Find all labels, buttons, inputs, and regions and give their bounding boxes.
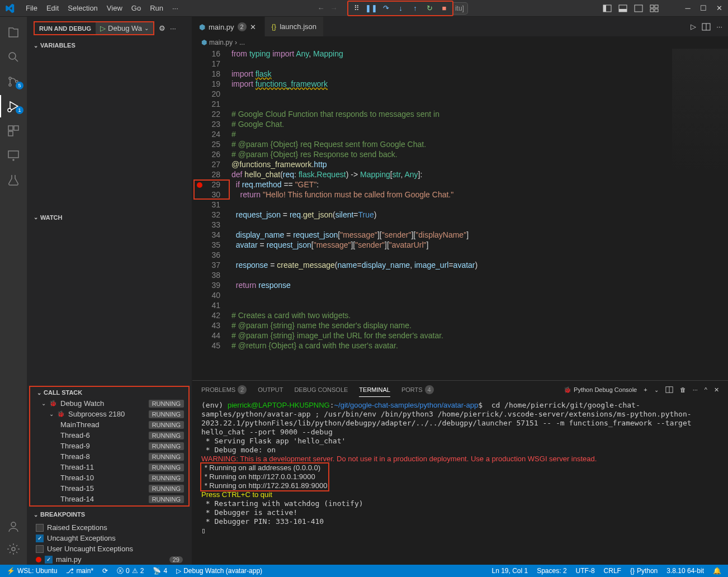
debug-step-over-icon[interactable]: ↷ [381, 3, 391, 13]
editor-more-icon[interactable]: ··· [716, 22, 722, 31]
status-label: Python [637, 567, 658, 575]
window-close-icon[interactable]: ✕ [715, 4, 724, 13]
status-branch[interactable]: ⎇main* [64, 567, 96, 575]
activity-extensions[interactable] [0, 120, 27, 142]
activity-explorer[interactable] [0, 21, 27, 44]
svg-rect-5 [650, 5, 654, 8]
menu-selection[interactable]: Selection [63, 2, 102, 15]
activity-testing[interactable] [0, 169, 27, 191]
kill-terminal-icon[interactable]: 🗑 [680, 386, 686, 393]
new-terminal-icon[interactable]: + [644, 386, 647, 393]
callstack-row[interactable]: ⌄🐞Subprocess 2180RUNNING [30, 409, 188, 419]
maximize-panel-icon[interactable]: ^ [705, 386, 707, 393]
panel-tab-problems[interactable]: PROBLEMS2 [201, 382, 247, 398]
menu-go[interactable]: Go [127, 2, 145, 15]
status-eol[interactable]: CRLF [602, 567, 623, 575]
menu-run[interactable]: Run [145, 2, 168, 15]
status-python-version[interactable]: 3.8.10 64-bit [664, 567, 706, 575]
split-terminal-icon[interactable] [665, 386, 673, 394]
debug-config-selector[interactable]: ▷ Debug Wa ⌄ [96, 22, 153, 34]
command-center[interactable]: itu] [451, 2, 468, 15]
chevron-down-icon: ⌄ [34, 214, 38, 220]
split-editor-icon[interactable] [702, 22, 711, 31]
debug-stop-icon[interactable]: ■ [439, 3, 449, 13]
window-minimize-icon[interactable]: ─ [683, 4, 692, 13]
run-file-icon[interactable]: ▷ [691, 22, 696, 31]
status-ports[interactable]: 📡4 [150, 567, 169, 575]
callstack-row[interactable]: ⌄🐞Debug WatchRUNNING [30, 398, 188, 409]
activity-remote[interactable] [0, 144, 27, 167]
layout-customize-icon[interactable] [650, 4, 659, 13]
variables-header[interactable]: ⌄VARIABLES [27, 40, 192, 51]
status-lang[interactable]: {}Python [628, 567, 660, 575]
menu-more[interactable]: ··· [168, 2, 183, 15]
status-encoding[interactable]: UTF-8 [574, 567, 597, 575]
close-icon[interactable]: ✕ [250, 23, 258, 31]
terminal-output[interactable]: (env) pierrick@LAPTOP-HKU5PNNG:~/git/goo… [192, 399, 728, 565]
chevron-down-icon: ⌄ [34, 512, 38, 518]
panel-tab-terminal[interactable]: TERMINAL [359, 383, 390, 397]
callstack-header[interactable]: ⌄CALL STACK [29, 386, 190, 398]
layout-sidebar-right-icon[interactable] [634, 4, 643, 13]
watch-header[interactable]: ⌄WATCH [27, 212, 192, 223]
panel-more-icon[interactable]: ··· [693, 386, 698, 393]
menu-file[interactable]: File [21, 2, 42, 15]
layout-sidebar-left-icon[interactable] [603, 4, 612, 13]
svg-rect-3 [619, 9, 627, 12]
status-ln-col[interactable]: Ln 19, Col 1 [489, 567, 530, 575]
callstack-row[interactable]: Thread-9RUNNING [30, 441, 188, 451]
nav-back-icon[interactable]: ← [317, 4, 324, 12]
callstack-row[interactable]: Thread-8RUNNING [30, 451, 188, 462]
activity-settings[interactable] [0, 538, 27, 560]
callstack-row[interactable]: Thread-14RUNNING [30, 494, 188, 504]
layout-panel-icon[interactable] [618, 4, 627, 13]
callstack-row[interactable]: Thread-10RUNNING [30, 472, 188, 483]
svg-rect-15 [14, 126, 18, 130]
close-panel-icon[interactable]: ✕ [714, 386, 719, 394]
breakpoint-item[interactable]: ✓main.py29 [27, 554, 192, 565]
breakpoints-header[interactable]: ⌄BREAKPOINTS [27, 509, 192, 520]
svg-point-11 [9, 84, 11, 86]
panel-tab-debug-console[interactable]: DEBUG CONSOLE [294, 383, 348, 396]
window-maximize-icon[interactable]: ☐ [699, 4, 708, 13]
breakpoint-dot-icon[interactable] [197, 182, 202, 188]
breakpoint-item[interactable]: ✓Uncaught Exceptions [27, 533, 192, 543]
status-notifications-icon[interactable]: 🔔 [711, 567, 724, 575]
breakpoint-item[interactable]: User Uncaught Exceptions [27, 543, 192, 554]
breakpoint-item[interactable]: Raised Exceptions [27, 522, 192, 533]
tab-main-py[interactable]: ⬢ main.py 2 ✕ [192, 17, 265, 36]
nav-forward-icon[interactable]: → [330, 4, 337, 12]
activity-accounts[interactable] [0, 515, 27, 538]
code-editor[interactable]: 1617181920212223242526272829303132333435… [192, 49, 728, 380]
panel-tab-ports[interactable]: PORTS4 [401, 382, 434, 398]
status-problems[interactable]: ⓧ0 ⚠2 [115, 566, 146, 576]
terminal-profile-selector[interactable]: 🐞Python Debug Console [564, 386, 637, 394]
activity-search[interactable] [0, 46, 27, 68]
activity-debug[interactable]: 1 [0, 95, 27, 117]
menu-view[interactable]: View [102, 2, 127, 15]
panel-tab-output[interactable]: OUTPUT [258, 383, 283, 396]
debug-pause-icon[interactable]: ❚❚ [366, 3, 376, 13]
minimap[interactable] [672, 49, 728, 172]
status-debug[interactable]: ▷Debug Watch (avatar-app) [174, 567, 264, 575]
callstack-row[interactable]: Thread-15RUNNING [30, 483, 188, 494]
callstack-row[interactable]: Thread-6RUNNING [30, 430, 188, 441]
breadcrumb[interactable]: ⬢ main.py › ... [192, 36, 728, 49]
debug-step-into-icon[interactable]: ↓ [395, 3, 405, 13]
menu-edit[interactable]: Edit [42, 2, 63, 15]
watch-label: WATCH [40, 214, 63, 221]
status-sync[interactable]: ⟳ [100, 567, 110, 575]
debug-restart-icon[interactable]: ↻ [424, 3, 434, 13]
status-spaces[interactable]: Spaces: 2 [535, 567, 569, 575]
activity-scm[interactable]: 5 [0, 70, 27, 93]
callstack-row[interactable]: Thread-11RUNNING [30, 462, 188, 472]
status-remote[interactable]: ⚡WSL: Ubuntu [4, 567, 59, 575]
debug-settings-icon[interactable]: ⚙ [159, 24, 166, 32]
profile-label: Python Debug Console [574, 386, 637, 393]
tab-launch-json[interactable]: {} launch.json [265, 17, 324, 36]
debug-more-icon[interactable]: ··· [170, 24, 176, 32]
debug-step-out-icon[interactable]: ↑ [410, 3, 420, 13]
callstack-row[interactable]: MainThreadRUNNING [30, 419, 188, 430]
debug-grip-icon[interactable]: ⠿ [352, 3, 362, 13]
chevron-down-icon[interactable]: ⌄ [654, 387, 659, 393]
